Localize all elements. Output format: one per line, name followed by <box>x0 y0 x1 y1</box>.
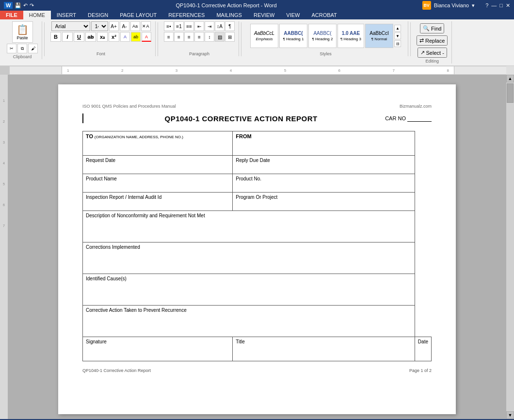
date-cell[interactable]: Date <box>415 337 431 361</box>
editing-group: 🔍 Find ⇄ Replace ↗ Select - Editing <box>413 21 452 64</box>
multilevel-button[interactable]: ≡≡ <box>184 21 194 31</box>
font-color-button[interactable]: A <box>142 32 151 42</box>
paste-button[interactable]: 📋 Paste <box>12 21 33 43</box>
vertical-ruler: 1234567 <box>0 75 8 419</box>
select-button[interactable]: ↗ Select - <box>418 48 447 58</box>
doc-title[interactable]: QP1040-1 CORRECTIVE ACTION REPORT <box>97 114 385 123</box>
quick-access-undo[interactable]: ↶ <box>23 2 28 9</box>
tab-page-layout[interactable]: PAGE LAYOUT <box>114 11 162 19</box>
product-name-cell[interactable]: Product Name <box>83 174 233 193</box>
product-no-cell[interactable]: Product No. <box>233 174 415 193</box>
quick-access-redo[interactable]: ↷ <box>30 2 34 9</box>
minimize-btn[interactable]: — <box>491 2 497 8</box>
bullets-button[interactable]: ≡• <box>164 21 174 31</box>
underline-button[interactable]: U <box>74 32 84 42</box>
font-grow-button[interactable]: A+ <box>109 21 119 31</box>
scroll-thumb[interactable] <box>507 83 514 103</box>
align-left-button[interactable]: ≡ <box>164 32 174 42</box>
scroll-down-btn[interactable]: ▼ <box>506 411 514 419</box>
justify-button[interactable]: ≡ <box>194 32 204 42</box>
font-group: Arial 14 A+ A- Aa ✕A B I U ab x₂ x² <box>47 21 156 56</box>
quick-access-save[interactable]: 💾 <box>15 2 21 9</box>
vertical-scrollbar[interactable]: ▲ ▼ <box>506 75 514 419</box>
sort-button[interactable]: ↕A <box>215 21 225 31</box>
subscript-button[interactable]: x₂ <box>97 32 108 42</box>
style-heading2[interactable]: AABBC( ¶ Heading 2 <box>308 24 337 48</box>
line-spacing-button[interactable]: ↕ <box>205 32 214 42</box>
decrease-indent-button[interactable]: ⇤ <box>194 21 204 31</box>
numbering-button[interactable]: ≡1 <box>174 21 184 31</box>
maximize-btn[interactable]: □ <box>499 2 503 8</box>
scroll-up-btn[interactable]: ▲ <box>506 75 514 82</box>
inspection-cell[interactable]: Inspection Report / Internal Audit Id <box>83 193 233 211</box>
font-size-select[interactable]: 14 <box>91 21 108 31</box>
tab-insert[interactable]: INSERT <box>51 11 82 19</box>
user-dropdown-icon[interactable]: ▾ <box>472 2 475 9</box>
format-painter-button[interactable]: 🖌 <box>28 44 38 53</box>
ribbon-content: 📋 Paste ✂ ⧉ 🖌 Clipboard Arial <box>0 19 514 65</box>
clipboard-content: 📋 Paste ✂ ⧉ 🖌 <box>7 21 38 53</box>
bold-button[interactable]: B <box>50 32 61 42</box>
style-heading1[interactable]: AABBC( ¶ Heading 1 <box>279 24 307 48</box>
cut-button[interactable]: ✂ <box>7 44 16 53</box>
from-cell[interactable]: FROM <box>233 131 415 156</box>
horizontal-ruler: 12345678 <box>10 66 506 75</box>
user-area: BV Bianca Viviano ▾ <box>418 0 479 11</box>
reply-due-date-cell[interactable]: Reply Due Date <box>233 156 415 174</box>
text-effect-button[interactable]: A <box>120 32 130 42</box>
table-row-causes: Identified Cause(s) <box>83 274 432 306</box>
style-heading3[interactable]: 1.0 AAE ¶ Heading 3 <box>337 24 364 48</box>
clipboard-label: Clipboard <box>13 53 32 59</box>
clear-format-button[interactable]: ✕A <box>141 21 151 31</box>
title-cell[interactable]: Title <box>233 337 415 361</box>
font-name-select[interactable]: Arial <box>51 21 90 31</box>
causes-cell[interactable]: Identified Cause(s) <box>83 274 415 306</box>
tab-design[interactable]: DESIGN <box>82 11 114 19</box>
signature-cell[interactable]: Signature <box>83 337 233 361</box>
shading-button[interactable]: ▧ <box>215 32 225 42</box>
show-hide-button[interactable]: ¶ <box>225 21 235 31</box>
corrective-action-cell[interactable]: Corrective Action Taken to Prevent Recur… <box>83 306 415 337</box>
cursor-area <box>82 113 97 123</box>
scroll-corner <box>506 66 514 75</box>
tab-file[interactable]: FILE <box>0 11 23 19</box>
style-normal[interactable]: AaBbCcI ¶ Normal <box>365 24 393 48</box>
style-emphasis[interactable]: AaBbCcL Emphasis <box>250 24 278 48</box>
superscript-button[interactable]: x² <box>109 32 119 42</box>
italic-button[interactable]: I <box>62 32 73 42</box>
divider-2 <box>158 22 158 56</box>
close-btn[interactable]: ✕ <box>506 2 510 9</box>
increase-indent-button[interactable]: ⇥ <box>205 21 214 31</box>
tab-mailings[interactable]: MAILINGS <box>210 11 248 19</box>
replace-button[interactable]: ⇄ Replace <box>417 35 448 46</box>
table-row-corrective-action: Corrective Action Taken to Prevent Recur… <box>83 306 432 337</box>
tab-home[interactable]: HOME <box>23 11 51 19</box>
change-case-button[interactable]: Aa <box>130 21 140 31</box>
styles-scroll-down[interactable]: ▼ <box>394 32 401 39</box>
styles-expand[interactable]: ⊟ <box>394 40 401 47</box>
request-date-cell[interactable]: Request Date <box>83 156 233 174</box>
highlight-button[interactable]: ab <box>131 32 141 42</box>
description-cell[interactable]: Description of Nonconformity and Require… <box>83 211 415 242</box>
para-row-1: ≡• ≡1 ≡≡ ⇤ ⇥ ↕A ¶ <box>164 21 235 31</box>
corrections-cell[interactable]: Corrections Implemented <box>83 242 415 274</box>
tab-acrobat[interactable]: ACROBAT <box>305 11 342 19</box>
tab-view[interactable]: VIEW <box>280 11 305 19</box>
borders-button[interactable]: ⊞ <box>225 32 235 42</box>
program-cell[interactable]: Program Or Project <box>233 193 415 211</box>
clipboard-group: 📋 Paste ✂ ⧉ 🖌 Clipboard <box>3 21 42 59</box>
font-label: Font <box>96 50 105 56</box>
tab-references[interactable]: REFERENCES <box>162 11 210 19</box>
find-button[interactable]: 🔍 Find <box>420 23 444 33</box>
styles-scroll-up[interactable]: ▲ <box>394 25 401 32</box>
copy-button[interactable]: ⧉ <box>17 44 27 53</box>
align-right-button[interactable]: ≡ <box>184 32 194 42</box>
title-bar-left: W 💾 ↶ ↷ <box>4 2 34 9</box>
table-row-product: Product Name Product No. <box>83 174 432 193</box>
tab-review[interactable]: REVIEW <box>248 11 280 19</box>
align-center-button[interactable]: ≡ <box>174 32 184 42</box>
to-cell[interactable]: TO (ORGANIZATION NAME, ADDRESS, PHONE NO… <box>83 131 233 156</box>
font-shrink-button[interactable]: A- <box>120 21 129 31</box>
help-btn[interactable]: ? <box>485 2 488 8</box>
strikethrough-button[interactable]: ab <box>85 32 96 42</box>
